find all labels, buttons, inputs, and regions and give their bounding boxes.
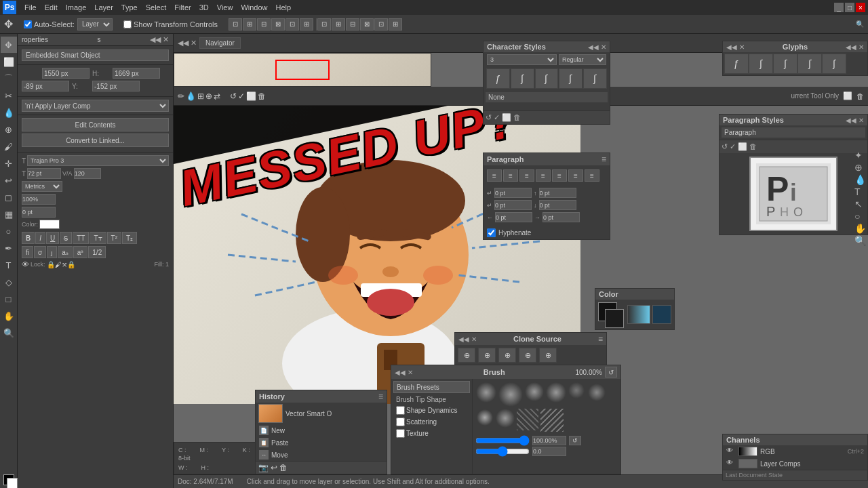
brush-swatch-9[interactable]: [517, 409, 538, 430]
search-icon[interactable]: 🔍: [856, 20, 864, 28]
para-expand-icon[interactable]: ⬜: [738, 142, 747, 151]
brush-swatch-1[interactable]: [476, 382, 496, 403]
metrics-select[interactable]: Metrics: [22, 181, 62, 192]
dist-bottom-btn[interactable]: ⊞: [389, 18, 402, 30]
glyphs-collapse2-icon[interactable]: ◀◀: [846, 43, 856, 51]
height-input[interactable]: [113, 68, 160, 79]
menu-filter[interactable]: Filter: [170, 3, 195, 12]
brush-rotate-value[interactable]: [532, 447, 566, 456]
glyph-grid-3[interactable]: ʃ: [773, 54, 797, 74]
para-undo-icon[interactable]: ↺: [722, 142, 728, 151]
subscript-btn[interactable]: T₂: [122, 232, 137, 244]
para-styles-collapse-icon[interactable]: ◀◀: [846, 117, 856, 124]
grid-icon[interactable]: ⊞: [197, 92, 204, 101]
glyph-4[interactable]: ʃ: [559, 68, 583, 89]
snapshot-item[interactable]: Vector Smart O: [256, 403, 387, 424]
gradient-tool[interactable]: ▦: [1, 206, 17, 222]
history-back-icon[interactable]: ↩: [271, 463, 277, 472]
clone-collapse-icon[interactable]: ◀◀: [458, 336, 469, 343]
text-tool-icon[interactable]: T: [854, 186, 866, 197]
glyphs-close2-icon[interactable]: ✕: [859, 43, 864, 51]
space-before-input[interactable]: [539, 188, 576, 198]
navigator-view-rect[interactable]: [275, 60, 330, 80]
dist-right-btn[interactable]: ⊟: [346, 18, 359, 30]
menu-help[interactable]: Help: [272, 3, 296, 12]
menu-select[interactable]: Select: [142, 3, 171, 12]
brush-rotate-icon[interactable]: ↺: [569, 436, 581, 445]
scattering-item[interactable]: Scattering: [393, 416, 470, 428]
glyphs-close-icon[interactable]: ✕: [739, 43, 745, 51]
bucket-tool-icon[interactable]: ⊕: [854, 162, 866, 173]
type-tool[interactable]: T: [1, 257, 17, 273]
history-paste-item[interactable]: 📋 Paste: [256, 436, 387, 449]
history-move-item[interactable]: ↔ Move: [256, 449, 387, 461]
glyph-grid-1[interactable]: ƒ: [724, 54, 749, 74]
transform-controls-checkbox[interactable]: [123, 20, 132, 28]
superscript-btn[interactable]: T²: [107, 232, 121, 244]
brush-swatch-5[interactable]: [568, 382, 585, 399]
history-delete-icon[interactable]: 🗑: [279, 463, 288, 472]
layer-comp-dropdown[interactable]: 'n't Apply Layer Comp: [22, 100, 169, 112]
close-btn[interactable]: ×: [856, 3, 865, 12]
clone-src-2-btn[interactable]: ⊕: [478, 348, 496, 363]
leading-input[interactable]: [22, 207, 56, 218]
background-color[interactable]: [7, 478, 18, 488]
pen-tool[interactable]: ✒: [1, 240, 17, 256]
bold-btn[interactable]: B: [22, 232, 35, 244]
selection-tool[interactable]: ⬜: [1, 54, 17, 70]
history-brush-tool[interactable]: ↩: [1, 172, 17, 188]
glyph-3[interactable]: ʃ: [535, 68, 559, 89]
brush-presets-btn[interactable]: Brush Presets: [393, 381, 470, 393]
scattering-cb[interactable]: [396, 418, 405, 426]
screen-icon[interactable]: ⬜: [246, 92, 256, 101]
texture-cb[interactable]: [396, 429, 405, 438]
space-after-input[interactable]: [539, 200, 576, 210]
foreground-color[interactable]: [3, 474, 14, 485]
char-styles-collapse-icon[interactable]: ◀◀: [588, 43, 599, 51]
para-justify-left[interactable]: ≡: [536, 169, 551, 182]
color-gradient-bar[interactable]: [627, 305, 650, 324]
width-input[interactable]: [42, 68, 90, 79]
para-align-center[interactable]: ≡: [503, 169, 518, 182]
liga-btn[interactable]: σ: [34, 246, 46, 258]
auto-select-dropdown[interactable]: Layer: [77, 18, 113, 30]
brush-size-slider[interactable]: [475, 435, 530, 446]
rgb-channel-row[interactable]: 👁 RGB Ctrl+2: [723, 445, 867, 458]
fit-screen-icon[interactable]: ⬜: [843, 92, 852, 100]
menu-type[interactable]: Type: [117, 3, 142, 12]
char-font-select[interactable]: 3: [487, 54, 557, 65]
font-family-select[interactable]: Trajan Pro 3: [27, 155, 169, 166]
x-input[interactable]: [22, 81, 69, 92]
minimize-btn[interactable]: _: [834, 3, 844, 12]
clone-src-1-btn[interactable]: ⊕: [458, 348, 475, 363]
char-check-icon[interactable]: ✓: [494, 113, 500, 122]
ordn-btn[interactable]: ȷ: [47, 246, 57, 258]
menu-file[interactable]: File: [20, 3, 41, 12]
dist-top-btn[interactable]: ⊠: [360, 18, 374, 30]
brush-tool[interactable]: 🖌: [1, 138, 17, 155]
layer-comps-row[interactable]: 👁 Layer Comps: [723, 458, 867, 470]
brush-collapse-icon[interactable]: ◀◀: [395, 369, 406, 376]
dist-center-h-btn[interactable]: ⊞: [332, 18, 345, 30]
clone-src-3-btn[interactable]: ⊕: [498, 348, 516, 363]
crop-tool[interactable]: ✂: [1, 87, 17, 104]
eraser-tool[interactable]: ◻: [1, 189, 17, 205]
brush-swatch-3[interactable]: [525, 382, 544, 401]
aa2-btn[interactable]: aᵃ: [73, 246, 88, 258]
char-style-select[interactable]: Regular: [559, 54, 606, 65]
underline-btn[interactable]: U: [46, 232, 59, 244]
edit-contents-btn[interactable]: Edit Contents: [22, 118, 169, 131]
shape-dynamics-item[interactable]: Shape Dynamics: [393, 405, 470, 416]
clone-close-icon[interactable]: ✕: [471, 336, 477, 343]
brush-rotate-slider[interactable]: [475, 446, 530, 457]
clone-src-4-btn[interactable]: ⊕: [519, 348, 536, 363]
align-right-btn[interactable]: ⊟: [257, 18, 271, 30]
dodge-tool[interactable]: ○: [1, 223, 17, 239]
menu-view[interactable]: View: [213, 3, 237, 12]
wand-tool-icon[interactable]: ✦: [854, 150, 866, 161]
caps-btn[interactable]: TT: [73, 232, 89, 244]
glyph-grid-4[interactable]: ʃ: [797, 54, 822, 74]
char-expand-icon[interactable]: ⬜: [502, 113, 511, 122]
para-delete-icon[interactable]: 🗑: [749, 142, 757, 151]
menu-window[interactable]: Window: [237, 3, 271, 12]
